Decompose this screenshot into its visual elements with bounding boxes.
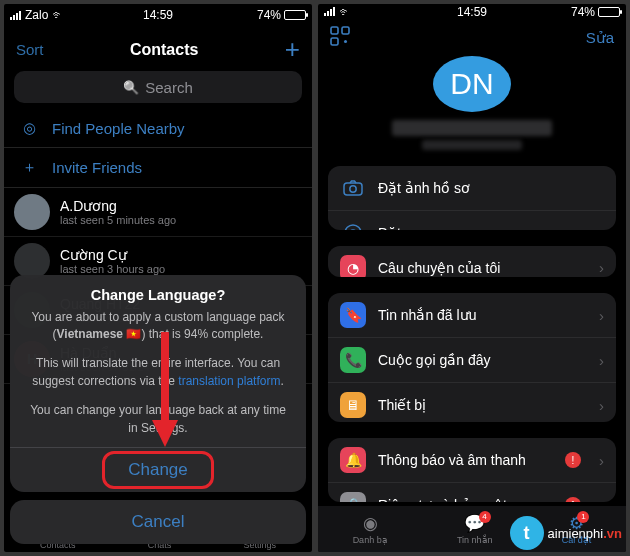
add-contact-button[interactable]: + — [285, 34, 300, 65]
svg-rect-0 — [331, 27, 338, 34]
invite-friends[interactable]: ＋ Invite Friends — [4, 148, 312, 188]
avatar — [14, 194, 50, 230]
svg-rect-4 — [344, 183, 362, 195]
carrier-label: Zalo — [25, 8, 48, 22]
dialog-body: You can change your language back at any… — [10, 394, 306, 447]
camera-icon — [340, 175, 366, 201]
phone-left: Zalo ᯤ 14:59 74% Sort Contacts + 🔍 Searc… — [4, 4, 312, 552]
saved-messages[interactable]: 🔖 Tin nhắn đã lưu › — [328, 293, 616, 338]
profile-sub-redacted — [422, 140, 522, 150]
profile-setup-section: Đặt ảnh hồ sơ Đặt username — [328, 166, 616, 230]
battery-pct: 74% — [571, 5, 595, 19]
set-profile-photo[interactable]: Đặt ảnh hồ sơ — [328, 166, 616, 211]
row-label: Riêng tư và bảo mật — [378, 497, 507, 502]
chevron-right-icon: › — [599, 397, 604, 414]
signal-icon — [10, 11, 21, 20]
location-icon: ◎ — [18, 119, 40, 137]
contact-name: A.Dương — [60, 198, 176, 214]
notifications[interactable]: 🔔 Thông báo và âm thanh ! › — [328, 438, 616, 483]
lock-icon: 🔒 — [340, 492, 366, 502]
bookmark-icon: 🔖 — [340, 302, 366, 328]
profile-avatar[interactable]: DN — [433, 56, 511, 112]
profile-name-redacted — [392, 120, 552, 136]
battery-icon — [598, 7, 620, 17]
signal-icon — [324, 7, 335, 16]
count-badge: 1 — [565, 497, 581, 502]
recent-calls[interactable]: 📞 Cuộc gọi gần đây › — [328, 338, 616, 383]
invite-friends-label: Invite Friends — [52, 159, 142, 176]
svg-point-6 — [345, 225, 361, 230]
clock: 14:59 — [457, 5, 487, 19]
status-bar: ᯤ 14:59 74% — [318, 4, 626, 20]
alert-badge: ! — [565, 452, 581, 468]
chevron-right-icon: › — [599, 452, 604, 469]
svg-point-3 — [344, 40, 347, 43]
chevron-right-icon: › — [599, 259, 604, 276]
translation-platform-link[interactable]: translation platform — [178, 374, 280, 388]
my-story[interactable]: ◔ Câu chuyện của tôi › — [328, 246, 616, 278]
change-button[interactable]: Change — [10, 447, 306, 492]
tab-chats[interactable]: 💬 Tin nhắn 4 — [457, 513, 493, 545]
clock: 14:59 — [143, 8, 173, 22]
contacts-icon: ◉ — [363, 513, 378, 534]
search-icon: 🔍 — [123, 80, 139, 95]
contact-status: last seen 3 hours ago — [60, 263, 165, 275]
bell-icon: 🔔 — [340, 447, 366, 473]
change-language-sheet: Change Language? You are about to apply … — [4, 275, 312, 552]
edit-button[interactable]: Sửa — [586, 29, 614, 47]
tab-bar: ◉ Danh bạ 💬 Tin nhắn 4 ⚙ Cài đặt 1 — [318, 506, 626, 552]
chevron-right-icon: › — [599, 497, 604, 502]
cancel-button[interactable]: Cancel — [10, 500, 306, 544]
badge: 4 — [479, 511, 491, 523]
wifi-icon: ᯤ — [52, 8, 64, 22]
row-label: Đặt ảnh hồ sơ — [378, 180, 470, 196]
add-user-icon: ＋ — [18, 158, 40, 177]
tab-label: Danh bạ — [353, 535, 388, 545]
status-bar: Zalo ᯤ 14:59 74% — [4, 4, 312, 26]
badge: 1 — [577, 511, 589, 523]
search-input[interactable]: 🔍 Search — [14, 71, 302, 103]
story-section: ◔ Câu chuyện của tôi › — [328, 246, 616, 278]
battery-pct: 74% — [257, 8, 281, 22]
tab-label: Tin nhắn — [457, 535, 493, 545]
find-people-nearby[interactable]: ◎ Find People Nearby — [4, 109, 312, 148]
tab-contacts[interactable]: ◉ Danh bạ — [353, 513, 388, 545]
svg-point-5 — [350, 186, 356, 192]
search-placeholder: Search — [145, 79, 193, 96]
row-label: Thông báo và âm thanh — [378, 452, 526, 468]
dialog-title: Change Language? — [10, 275, 306, 309]
dialog: Change Language? You are about to apply … — [10, 275, 306, 492]
page-title: Contacts — [130, 41, 198, 59]
row-label: Tin nhắn đã lưu — [378, 307, 476, 323]
chevron-right-icon: › — [599, 352, 604, 369]
battery-icon — [284, 10, 306, 20]
wifi-icon: ᯤ — [339, 5, 351, 19]
prefs-section: 🔔 Thông báo và âm thanh ! › 🔒 Riêng tư v… — [328, 438, 616, 502]
chevron-right-icon: › — [599, 307, 604, 324]
privacy[interactable]: 🔒 Riêng tư và bảo mật 1 › — [328, 483, 616, 502]
contacts-header: Sort Contacts + — [4, 26, 312, 71]
at-icon — [340, 220, 366, 230]
find-nearby-label: Find People Nearby — [52, 120, 185, 137]
tab-label: Cài đặt — [562, 535, 592, 545]
tab-settings[interactable]: ⚙ Cài đặt 1 — [562, 513, 592, 545]
contact-row[interactable]: A.Dương last seen 5 minutes ago — [4, 188, 312, 237]
dialog-body: You are about to apply a custom language… — [10, 309, 306, 348]
qr-icon[interactable] — [330, 26, 350, 50]
avatar — [14, 243, 50, 279]
row-label: Cuộc gọi gần đây — [378, 352, 491, 368]
dialog-body: This will translate the entire interface… — [10, 347, 306, 394]
sort-button[interactable]: Sort — [16, 41, 44, 58]
settings-topbar: Sửa — [318, 20, 626, 56]
svg-rect-1 — [342, 27, 349, 34]
devices[interactable]: 🖥 Thiết bị › — [328, 383, 616, 422]
set-username[interactable]: Đặt username — [328, 211, 616, 230]
phone-icon: 📞 — [340, 347, 366, 373]
story-icon: ◔ — [340, 255, 366, 278]
contact-name: Cường Cự — [60, 247, 165, 263]
row-label: Thiết bị — [378, 397, 426, 413]
contact-status: last seen 5 minutes ago — [60, 214, 176, 226]
main-section: 🔖 Tin nhắn đã lưu › 📞 Cuộc gọi gần đây ›… — [328, 293, 616, 422]
row-label: Câu chuyện của tôi — [378, 260, 500, 276]
flag-icon: 🇻🇳 — [126, 326, 141, 343]
